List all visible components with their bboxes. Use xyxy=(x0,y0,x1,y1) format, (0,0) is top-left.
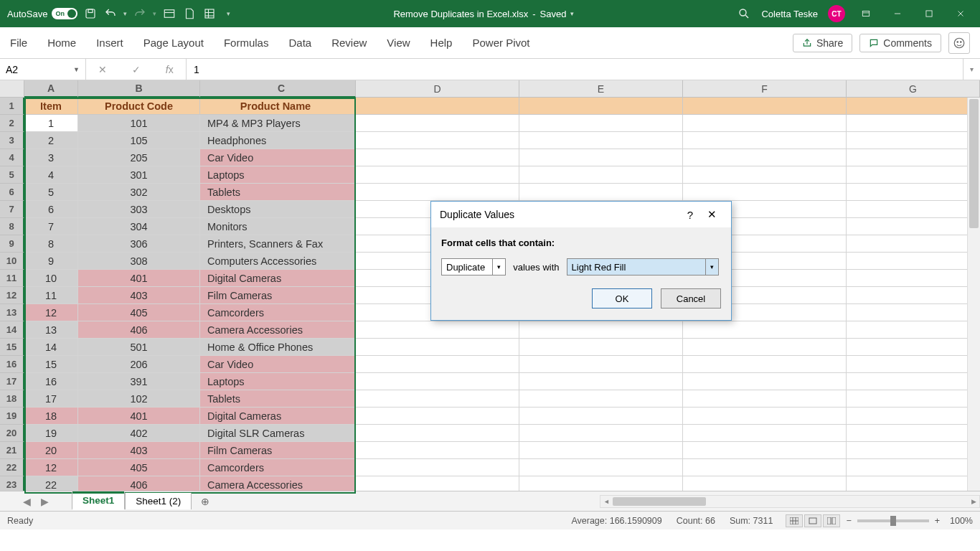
cell[interactable] xyxy=(847,270,980,287)
cell[interactable]: 205 xyxy=(78,149,200,166)
cell[interactable] xyxy=(847,115,980,132)
cell[interactable] xyxy=(847,287,980,304)
cell[interactable]: 302 xyxy=(78,184,200,201)
cell[interactable]: 8 xyxy=(24,235,78,253)
expand-formula-icon[interactable]: ▾ xyxy=(963,59,980,80)
cell[interactable] xyxy=(683,98,847,115)
zoom-in-button[interactable]: + xyxy=(935,516,940,526)
zoom-level[interactable]: 100% xyxy=(950,516,973,526)
cell[interactable] xyxy=(356,132,519,149)
cell[interactable] xyxy=(847,425,980,442)
save-icon[interactable] xyxy=(83,6,98,21)
qat-icon-1[interactable] xyxy=(162,6,176,21)
cell[interactable] xyxy=(356,115,519,132)
cell[interactable]: 306 xyxy=(78,235,200,253)
tab-formulas[interactable]: Formulas xyxy=(224,37,269,49)
row-header[interactable]: 6 xyxy=(0,184,24,201)
row-header[interactable]: 8 xyxy=(0,218,24,235)
cell[interactable]: 7 xyxy=(24,218,78,235)
duplicate-type-dropdown[interactable]: Duplicate▾ xyxy=(441,258,506,276)
cell[interactable]: Car Video xyxy=(200,356,356,373)
cell[interactable] xyxy=(519,98,683,115)
cell[interactable]: Camera Accessories xyxy=(200,321,356,339)
cell[interactable] xyxy=(847,235,980,253)
cell[interactable] xyxy=(683,356,847,373)
cell[interactable] xyxy=(356,184,519,201)
cell[interactable] xyxy=(519,442,683,459)
cell[interactable] xyxy=(683,184,847,201)
cell[interactable] xyxy=(519,166,683,184)
cell[interactable] xyxy=(683,373,847,390)
cell[interactable]: 22 xyxy=(24,476,78,491)
tab-insert[interactable]: Insert xyxy=(96,37,123,49)
row-header[interactable]: 13 xyxy=(0,304,24,321)
cell[interactable] xyxy=(356,373,519,390)
cell[interactable]: 206 xyxy=(78,356,200,373)
cell[interactable] xyxy=(683,339,847,356)
cell[interactable] xyxy=(847,253,980,270)
tab-view[interactable]: View xyxy=(387,37,410,49)
cell[interactable]: 4 xyxy=(24,166,78,184)
cell[interactable]: Home & Office Phones xyxy=(200,339,356,356)
cell[interactable]: 1 xyxy=(24,115,78,132)
cell[interactable] xyxy=(519,408,683,425)
row-header[interactable]: 7 xyxy=(0,201,24,218)
row-header[interactable]: 11 xyxy=(0,270,24,287)
cell[interactable] xyxy=(683,408,847,425)
cell[interactable] xyxy=(683,115,847,132)
share-button[interactable]: Share xyxy=(793,34,852,52)
cell[interactable]: 6 xyxy=(24,201,78,218)
feedback-icon[interactable] xyxy=(948,32,970,54)
cell[interactable]: Laptops xyxy=(200,166,356,184)
cell[interactable] xyxy=(847,442,980,459)
col-header-G[interactable]: G xyxy=(847,80,980,98)
cell[interactable]: Headphones xyxy=(200,132,356,149)
cell[interactable] xyxy=(683,166,847,184)
cell[interactable] xyxy=(683,321,847,339)
cell[interactable] xyxy=(847,459,980,476)
cell[interactable] xyxy=(356,149,519,166)
cell[interactable]: 12 xyxy=(24,459,78,476)
row-header[interactable]: 2 xyxy=(0,115,24,132)
tab-data[interactable]: Data xyxy=(288,37,311,49)
row-header[interactable]: 10 xyxy=(0,253,24,270)
qat-icon-2[interactable] xyxy=(182,6,197,21)
cell[interactable]: 501 xyxy=(78,339,200,356)
ok-button[interactable]: OK xyxy=(592,288,652,309)
cell[interactable] xyxy=(356,425,519,442)
cell[interactable]: 14 xyxy=(24,339,78,356)
cell[interactable] xyxy=(847,166,980,184)
cell[interactable]: 17 xyxy=(24,390,78,408)
cell[interactable] xyxy=(356,321,519,339)
cell[interactable] xyxy=(519,459,683,476)
row-header[interactable]: 12 xyxy=(0,287,24,304)
cell[interactable] xyxy=(519,321,683,339)
cell[interactable]: 11 xyxy=(24,287,78,304)
cell[interactable]: 304 xyxy=(78,218,200,235)
vertical-scrollbar[interactable] xyxy=(967,98,980,491)
redo-icon[interactable] xyxy=(133,6,147,21)
user-name[interactable]: Coletta Teske xyxy=(761,9,818,19)
cell[interactable]: Monitors xyxy=(200,218,356,235)
cell[interactable]: 406 xyxy=(78,476,200,491)
sheet-tab-2[interactable]: Sheet1 (2) xyxy=(125,493,192,509)
view-page-break-icon[interactable] xyxy=(823,514,840,527)
cell[interactable] xyxy=(847,304,980,321)
cell[interactable]: 401 xyxy=(78,408,200,425)
cell[interactable] xyxy=(356,459,519,476)
cell[interactable] xyxy=(847,98,980,115)
row-header[interactable]: 5 xyxy=(0,166,24,184)
cell[interactable] xyxy=(519,184,683,201)
cell[interactable]: 101 xyxy=(78,115,200,132)
cell[interactable]: 405 xyxy=(78,459,200,476)
cell[interactable]: Digital SLR Cameras xyxy=(200,425,356,442)
cell[interactable]: 406 xyxy=(78,321,200,339)
formula-input[interactable]: 1 xyxy=(187,59,963,80)
cell[interactable]: 10 xyxy=(24,270,78,287)
qat-icon-3[interactable] xyxy=(202,6,217,21)
row-header[interactable]: 16 xyxy=(0,356,24,373)
cell[interactable]: 391 xyxy=(78,373,200,390)
row-header[interactable]: 15 xyxy=(0,339,24,356)
row-header[interactable]: 14 xyxy=(0,321,24,339)
col-header-E[interactable]: E xyxy=(519,80,683,98)
